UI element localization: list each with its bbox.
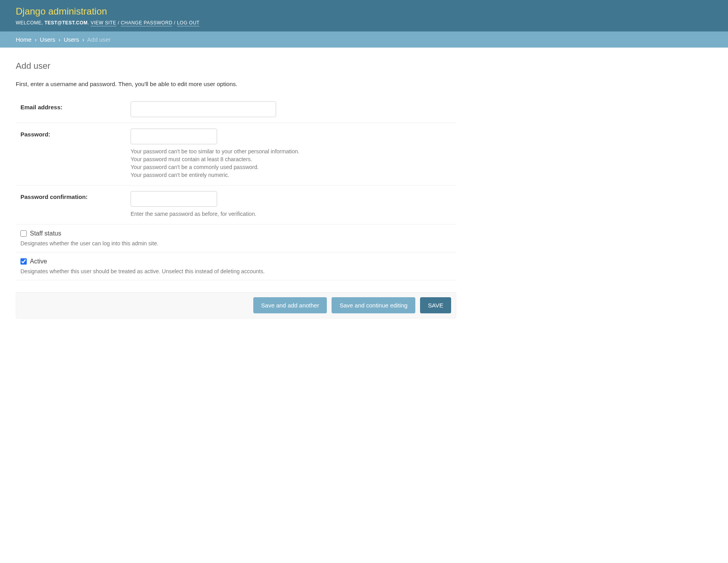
submit-row: Save and add another Save and continue e… xyxy=(16,292,456,318)
breadcrumb-current: Add user xyxy=(87,36,111,43)
email-field[interactable] xyxy=(131,101,276,117)
view-site-link[interactable]: VIEW SITE xyxy=(90,20,116,26)
password-label: Password: xyxy=(20,129,131,138)
page-intro: First, enter a username and password. Th… xyxy=(16,81,456,87)
password-field[interactable] xyxy=(131,129,217,144)
save-add-another-button[interactable]: Save and add another xyxy=(253,297,327,313)
breadcrumb-home[interactable]: Home xyxy=(16,36,31,43)
staff-status-help: Designates whether the user can log into… xyxy=(20,240,452,247)
password-confirm-field[interactable] xyxy=(131,191,217,207)
current-user: TEST@TEST.COM xyxy=(44,20,88,26)
password-confirm-help: Enter the same password as before, for v… xyxy=(131,211,452,217)
change-password-link[interactable]: CHANGE PASSWORD xyxy=(121,20,172,26)
password-confirm-label: Password confirmation: xyxy=(20,191,131,200)
user-tools: WELCOME, TEST@TEST.COM. VIEW SITE / CHAN… xyxy=(16,20,712,26)
save-button[interactable]: SAVE xyxy=(420,297,451,313)
active-checkbox[interactable] xyxy=(20,258,27,265)
save-continue-button[interactable]: Save and continue editing xyxy=(332,297,415,313)
breadcrumb-model[interactable]: Users xyxy=(64,36,79,43)
log-out-link[interactable]: LOG OUT xyxy=(177,20,200,26)
admin-header: Django administration WELCOME, TEST@TEST… xyxy=(0,0,728,31)
page-title: Add user xyxy=(16,61,456,71)
site-title: Django administration xyxy=(16,6,712,17)
staff-status-checkbox[interactable] xyxy=(20,230,27,237)
welcome-prefix: WELCOME, xyxy=(16,20,44,26)
email-label: Email address: xyxy=(20,101,131,110)
breadcrumb: Home › Users › Users › Add user xyxy=(0,31,728,48)
active-label[interactable]: Active xyxy=(30,258,47,265)
breadcrumb-app[interactable]: Users xyxy=(40,36,55,43)
active-help: Designates whether this user should be t… xyxy=(20,268,452,274)
password-help: Your password can't be too similar to yo… xyxy=(131,148,452,178)
staff-status-label[interactable]: Staff status xyxy=(30,230,61,237)
